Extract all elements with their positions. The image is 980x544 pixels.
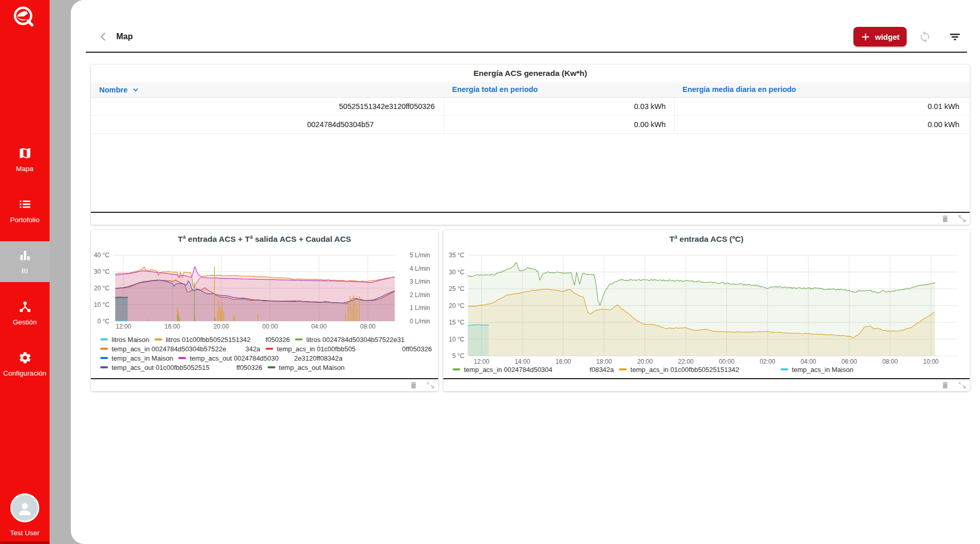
column-header-total[interactable]: Energía total en periodo	[444, 82, 674, 97]
delete-widget-icon[interactable]	[941, 381, 950, 390]
sidebar-item-bi[interactable]: BI	[0, 241, 50, 282]
sidebar-item-configuracion[interactable]: Configuración	[0, 344, 50, 384]
svg-text:16:00: 16:00	[165, 323, 180, 330]
table-row[interactable]: 0024784d50304b570.00 kWh0.00 kWh	[91, 115, 970, 133]
delete-widget-icon[interactable]	[941, 214, 950, 223]
legend-marker-icon	[100, 338, 108, 340]
svg-text:12:00: 12:00	[116, 323, 131, 330]
svg-text:10 °C: 10 °C	[449, 336, 464, 343]
chart-widget-temp-entrada: 12:0014:0016:0018:0020:0022:0000:0002:00…	[443, 230, 970, 391]
svg-text:14:00: 14:00	[515, 358, 530, 365]
legend-label: litros 01c00fbb50525151342	[166, 336, 251, 344]
table-row[interactable]: 50525151342e3120ff0503260.03 kWh0.01 kWh	[91, 97, 970, 115]
svg-text:22:00: 22:00	[678, 358, 693, 365]
svg-text:10:00: 10:00	[923, 358, 939, 365]
legend-item[interactable]: temp_acs_in Maison	[100, 354, 173, 362]
sort-caret-icon	[133, 85, 138, 94]
legend-label: temp_acs_in Maison	[112, 354, 173, 362]
back-button[interactable]	[96, 29, 111, 44]
svg-text:3 L/min: 3 L/min	[410, 278, 430, 285]
legend-marker-icon	[295, 338, 303, 340]
legend-label: temp_acs_in Maison	[792, 366, 853, 374]
sidebar-menu: MapaPortofolioBIGestiónConfiguración	[0, 139, 50, 395]
legend-label: temp_acs_in 01c00fbb505	[277, 345, 356, 353]
add-widget-button[interactable]: widget	[853, 27, 907, 46]
energy-table: Nombre Energía total en periodo Energía …	[91, 82, 970, 134]
legend-label: temp_acs_out 0024784d5030	[190, 354, 278, 362]
svg-text:5 L/min: 5 L/min	[410, 252, 430, 259]
legend-item[interactable]: temp_acs_out 01c00fbb5052515ff050326	[100, 364, 262, 371]
legend-marker-icon	[100, 357, 108, 359]
svg-text:0 L/min: 0 L/min	[410, 318, 430, 325]
cell-name: 50525151342e3120ff050326	[91, 97, 444, 115]
legend-item[interactable]: temp_acs_in 01c00fbb50525151342	[619, 366, 775, 374]
legend-marker-icon	[268, 366, 275, 368]
sidebar: MapaPortofolioBIGestiónConfiguración Tes…	[0, 0, 50, 544]
header-divider	[86, 52, 967, 53]
svg-text:15 °C: 15 °C	[449, 319, 464, 326]
legend-label: temp_acs_out 01c00fbb5052515	[112, 364, 209, 371]
sidebar-item-mapa[interactable]: Mapa	[0, 139, 50, 180]
svg-text:0 °C: 0 °C	[98, 318, 110, 325]
legend-label: f050326	[266, 336, 290, 344]
legend-item[interactable]: temp_acs_out 0024784d50302e3120ff08342a	[178, 354, 343, 362]
column-header-daily[interactable]: Energía media diaria en periodo	[674, 82, 970, 97]
sidebar-item-label: Gestión	[13, 318, 37, 326]
legend-label: temp_acs_in 0024784d50304b57522e	[112, 345, 226, 353]
svg-text:30 °C: 30 °C	[94, 268, 110, 275]
cell-daily: 0.00 kWh	[674, 115, 970, 133]
legend-item[interactable]: litros 01c00fbb50525151342f050326	[154, 336, 290, 344]
add-widget-label: widget	[875, 33, 900, 41]
resize-widget-icon[interactable]	[957, 380, 967, 391]
redaction-gap	[355, 349, 402, 349]
resize-widget-icon[interactable]	[425, 380, 435, 391]
svg-text:25 °C: 25 °C	[449, 285, 464, 292]
svg-text:35 °C: 35 °C	[449, 252, 464, 259]
svg-text:00:00: 00:00	[719, 358, 735, 365]
list-icon	[18, 197, 32, 211]
legend-item[interactable]: temp_acs_in 0024784d50304b57522e342a	[100, 345, 260, 353]
legend-marker-icon	[100, 348, 108, 350]
legend-marker-icon	[178, 357, 186, 359]
bar-chart-icon	[18, 248, 32, 262]
sidebar-bottom-strip	[0, 541, 50, 544]
legend-item[interactable]: temp_acs_out Maison	[268, 364, 345, 371]
legend-marker-icon	[154, 338, 162, 340]
filter-icon[interactable]	[948, 30, 961, 43]
legend-label: temp_acs_in 01c00fbb50525151342	[630, 366, 739, 374]
cell-total: 0.00 kWh	[444, 115, 674, 133]
sidebar-item-gestion[interactable]: Gestión	[0, 292, 50, 333]
refresh-icon[interactable]	[919, 30, 931, 43]
legend-marker-icon	[619, 368, 627, 370]
redaction-gap	[226, 349, 245, 349]
main-content: Map widget Energía ACS generada (Kw*h) N…	[71, 0, 980, 544]
page-title: Map	[116, 32, 133, 41]
app-logo-icon[interactable]	[12, 5, 35, 27]
user-name: Test User	[0, 529, 50, 537]
legend-item[interactable]: litros Maison	[100, 336, 149, 344]
delete-widget-icon[interactable]	[409, 381, 418, 390]
user-menu[interactable]: Test User	[0, 493, 50, 544]
svg-text:20:00: 20:00	[213, 323, 229, 330]
table-widget: Energía ACS generada (Kw*h) Nombre Energ…	[91, 65, 970, 225]
legend-item[interactable]: temp_acs_in Maison	[781, 366, 853, 374]
device-hub-icon	[18, 300, 32, 314]
legend-item[interactable]: temp_acs_in 0024784d50304f08342a	[453, 366, 614, 374]
svg-text:18:00: 18:00	[596, 358, 612, 365]
chart-legend: litros Maisonlitros 01c00fbb50525151342f…	[100, 335, 437, 372]
legend-item[interactable]: litros 0024784d50304b57522e31	[295, 336, 405, 344]
legend-label: 0ff050326	[402, 345, 432, 353]
legend-item[interactable]: temp_acs_in 01c00fbb5050ff050326	[266, 345, 432, 353]
column-header-nombre[interactable]: Nombre	[91, 82, 444, 97]
redaction-gap	[278, 358, 294, 359]
resize-widget-icon[interactable]	[957, 214, 967, 224]
svg-text:16:00: 16:00	[555, 358, 571, 365]
redaction-gap	[552, 369, 589, 370]
svg-text:30 °C: 30 °C	[449, 269, 464, 276]
sidebar-item-portofolio[interactable]: Portofolio	[0, 190, 50, 231]
svg-text:02:00: 02:00	[760, 358, 775, 365]
legend-label: litros Maison	[112, 336, 149, 344]
svg-text:20 °C: 20 °C	[449, 302, 464, 309]
svg-text:04:00: 04:00	[311, 323, 326, 330]
legend-marker-icon	[266, 348, 273, 350]
